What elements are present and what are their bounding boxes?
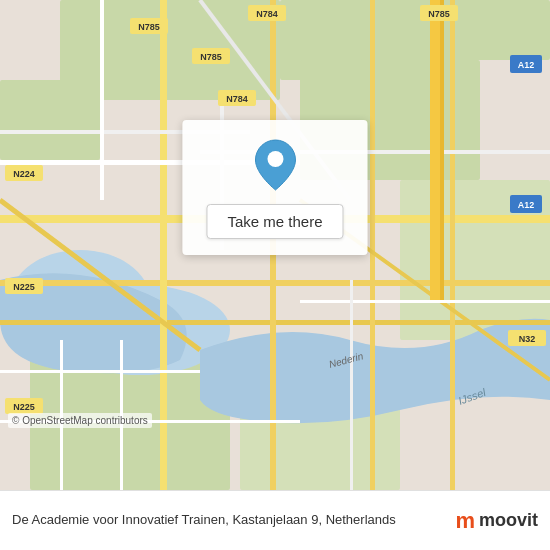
take-me-there-button[interactable]: Take me there [206, 204, 343, 239]
svg-rect-26 [0, 370, 200, 373]
svg-text:N224: N224 [13, 169, 35, 179]
svg-text:N225: N225 [13, 402, 35, 412]
svg-rect-14 [160, 0, 167, 490]
map-pin [253, 138, 297, 192]
moovit-wordmark: moovit [479, 510, 538, 531]
svg-text:N785: N785 [428, 9, 450, 19]
svg-text:A12: A12 [518, 60, 535, 70]
svg-rect-23 [100, 0, 104, 200]
svg-text:A12: A12 [518, 200, 535, 210]
map-area: N784 N785 N785 N785 N784 A12 A12 N2 [0, 0, 550, 490]
svg-rect-33 [440, 0, 444, 300]
svg-rect-16 [370, 0, 375, 490]
location-text: De Academie voor Innovatief Trainen, Kas… [12, 511, 455, 529]
svg-text:N225: N225 [13, 282, 35, 292]
footer: De Academie voor Innovatief Trainen, Kas… [0, 490, 550, 550]
popup-card: Take me there [182, 120, 367, 255]
svg-rect-31 [350, 280, 353, 490]
app-container: N784 N785 N785 N785 N784 A12 A12 N2 [0, 0, 550, 550]
moovit-m-icon: m [455, 508, 475, 534]
svg-rect-32 [430, 0, 440, 300]
osm-attribution: © OpenStreetMap contributors [8, 413, 152, 428]
svg-point-58 [267, 151, 283, 167]
svg-rect-17 [450, 0, 455, 490]
svg-text:N784: N784 [256, 9, 278, 19]
moovit-logo: m moovit [455, 508, 538, 534]
svg-text:N32: N32 [519, 334, 536, 344]
svg-text:N784: N784 [226, 94, 248, 104]
svg-text:N785: N785 [200, 52, 222, 62]
svg-rect-30 [300, 300, 550, 303]
svg-rect-3 [0, 80, 100, 160]
svg-text:N785: N785 [138, 22, 160, 32]
